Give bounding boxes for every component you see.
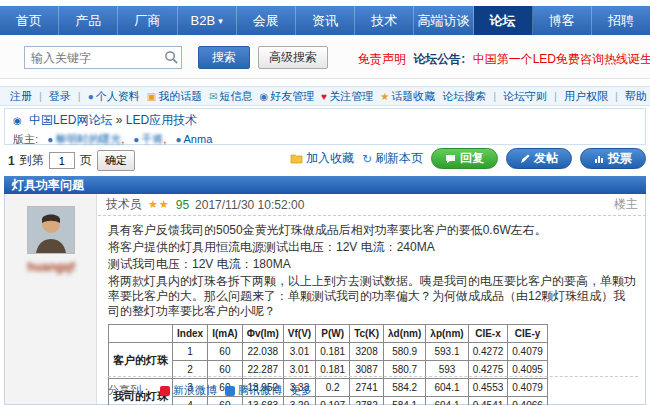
col-header: CIE-y [508,325,548,343]
share-tencent-link[interactable]: 腾讯微博 [225,383,282,398]
post-paragraph: 测试我司电压：12V 电流：180MA [108,257,636,272]
follow-icon: ♥ [321,91,327,102]
vote-button[interactable]: 投票 [580,148,646,169]
nav-item-jobs[interactable]: 招聘 [592,6,650,35]
thread-title-bar: 灯具功率问题 [4,176,646,194]
nav-label: 会展 [253,12,279,30]
nav-item-blog[interactable]: 博客 [533,6,592,35]
messages-link[interactable]: ✉短信息 [209,89,252,104]
refresh-icon: ↻ [362,152,372,166]
advanced-search-button[interactable]: 高级搜索 [258,46,328,69]
cell: 3.01 [283,343,315,361]
my-topics-link[interactable]: ▣我的话题 [147,89,202,104]
page-number-input[interactable] [49,152,75,169]
nav-label: 高端访谈 [417,12,469,30]
moderator-link[interactable]: 干将 [141,133,163,145]
page-confirm-button[interactable]: 确定 [97,150,135,171]
table-row: 客户的灯珠 1 60 22.038 3.01 0.181 3208 580.9 … [109,343,548,361]
register-link[interactable]: 注册 [10,89,32,104]
floor-badge: 楼主 [614,196,638,213]
follow-label: 关注管理 [329,90,373,102]
top-navigation: 首页 产品 厂商 B2B ▾ 会展 资讯 技术 高端访谈 论坛 博客 招聘 [0,6,650,35]
friends-icon: ◉ [260,91,269,102]
disclaimer-link[interactable]: 免责声明 [358,52,406,66]
col-header: Tc(K) [350,325,384,343]
reply-button[interactable]: 回复 [431,148,498,169]
cell: 3208 [350,343,384,361]
share-more-link[interactable]: 更多 [290,383,312,398]
cell: 580.9 [383,343,425,361]
comma: , [121,133,124,145]
post-paragraph: 具有客户反馈我司的5050金黄光灯珠做成品后相对功率要比客户的要低0.6W左右。 [108,223,636,238]
message-icon: ✉ [209,91,217,102]
topics-icon: ▣ [147,91,156,102]
post-author-panel: huangqf [5,194,97,404]
profile-link[interactable]: ●个人资料 [88,89,140,104]
announcement-text[interactable]: 中国第一个LED免费咨询热线诞生啦！ [473,52,650,66]
nav-item-interview[interactable]: 高端访谈 [414,6,473,35]
col-header: λd(nm) [383,325,425,343]
tencent-weibo-icon [225,386,235,396]
breadcrumb-forum-root[interactable]: 中国LED网论坛 [29,113,112,127]
separator [493,90,496,102]
col-header: Φv(lm) [242,325,283,343]
avatar[interactable] [27,206,75,254]
chevron-down-icon: ▾ [218,16,223,26]
moderator-link[interactable]: Anma [184,133,213,145]
nav-item-b2b[interactable]: B2B ▾ [178,6,237,35]
post-main: 技术员 ★★ 95 2017/11/30 10:52:00 楼主 具有客户反馈我… [98,194,646,404]
search-button[interactable]: 搜索 [198,46,250,69]
forum-rules-link[interactable]: 论坛守则 [503,89,547,104]
table-header-row: Index I(mA) Φv(lm) Vf(V) P(W) Tc(K) λd(n… [109,325,548,343]
moderator-icon: ● [47,134,53,145]
add-favorite-link[interactable]: 加入收藏 [290,150,354,167]
friends-link[interactable]: ◉好友管理 [260,89,315,104]
nav-item-products[interactable]: 产品 [59,6,118,35]
topic-fav-link[interactable]: ★话题收藏 [380,89,435,104]
search-bar: 搜索 高级搜索 免责声明 论坛公告: 中国第一个LED免费咨询热线诞生啦！ [0,35,650,79]
separator [39,90,42,102]
permissions-link[interactable]: 用户权限 [564,89,608,104]
refresh-page-link[interactable]: ↻ 刷新本页 [362,150,423,167]
separator [554,90,557,102]
breadcrumb-current-board[interactable]: LED应用技术 [126,113,197,127]
nav-item-vendors[interactable]: 厂商 [118,6,177,35]
refresh-page-label: 刷新本页 [375,150,423,167]
new-post-button[interactable]: 发帖 [506,148,572,169]
share-sina-link[interactable]: 新浪微博 [160,383,217,398]
nav-item-news[interactable]: 资讯 [296,6,355,35]
forum-search-link[interactable]: 论坛搜索 [442,89,486,104]
reply-label: 回复 [460,150,484,167]
help-link[interactable]: 帮助 [625,89,647,104]
nav-label: 资讯 [312,12,338,30]
post-datetime: 2017/11/30 10:52:00 [195,198,304,212]
cell: 0.4079 [508,343,548,361]
col-header: I(mA) [208,325,243,343]
moderator-icon: ● [133,134,139,145]
favorites-icon: ★ [380,91,389,102]
nav-label: 博客 [549,12,575,30]
login-link[interactable]: 登录 [49,89,71,104]
post-username[interactable]: huangqf [5,260,97,274]
post-icon [520,154,530,164]
vote-label: 投票 [608,150,632,167]
share-sina-label: 新浪微博 [173,383,217,398]
col-header: CIE-x [468,325,508,343]
follow-link[interactable]: ♥关注管理 [321,89,373,104]
thread-actions: 加入收藏 ↻ 刷新本页 回复 发帖 投票 [290,148,646,169]
person-icon: ● [88,91,94,102]
add-favorite-label: 加入收藏 [306,150,354,167]
search-input[interactable] [24,46,182,69]
moderator-link[interactable]: 黎明时的曙光 [55,133,121,145]
bullet-icon: ◉ [13,115,22,126]
nav-item-forum[interactable]: 论坛 [474,6,533,35]
nav-label: 论坛 [490,12,516,30]
cell: 22.038 [242,343,283,361]
nav-item-home[interactable]: 首页 [0,6,59,35]
sina-weibo-icon [160,386,170,396]
table-stub-cell [109,325,173,343]
comma: , [163,133,166,145]
nav-item-expo[interactable]: 会展 [237,6,296,35]
nav-item-tech[interactable]: 技术 [355,6,414,35]
pager-action-row: 1 到第 页 确定 加入收藏 ↻ 刷新本页 回复 发帖 投票 [4,148,646,172]
